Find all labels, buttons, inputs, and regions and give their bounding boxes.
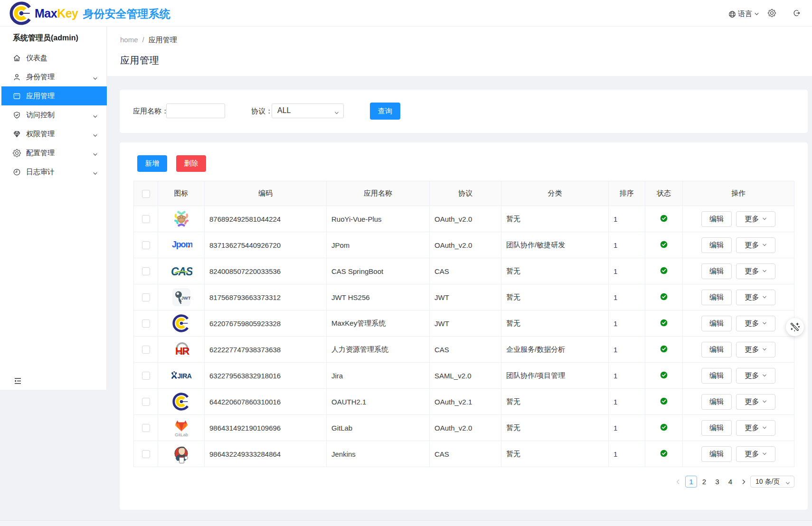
svg-text:JIRA: JIRA bbox=[177, 372, 191, 380]
svg-text:HR: HR bbox=[175, 345, 189, 357]
svg-text:Jpom: Jpom bbox=[172, 240, 192, 249]
svg-text:GitLab: GitLab bbox=[175, 432, 188, 437]
svg-text:JWT: JWT bbox=[181, 295, 190, 301]
